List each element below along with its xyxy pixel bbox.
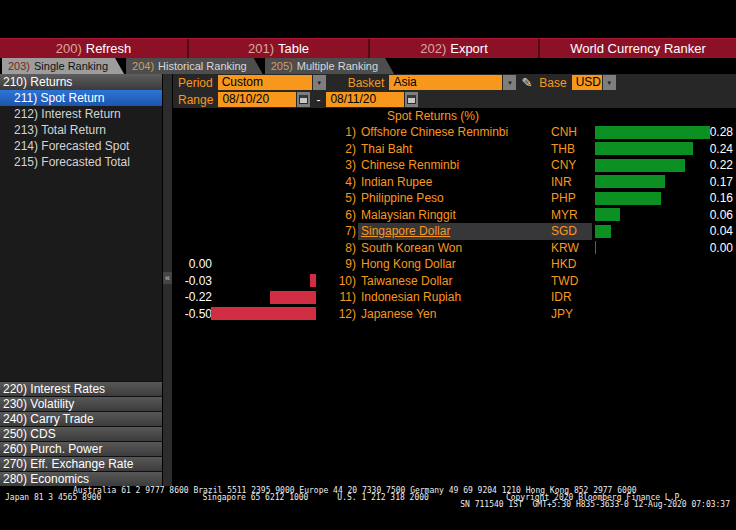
currency-name: South Korean Won [358, 240, 547, 257]
currency-code: PHP [547, 190, 592, 207]
positive-bar-track: 0.16 [592, 190, 736, 207]
chart-row-TWD[interactable]: -0.0310)Taiwanese DollarTWD [173, 273, 736, 290]
positive-bar-track [592, 256, 736, 273]
positive-bar-track [592, 306, 736, 323]
sidebar-item-eff-exchange-rate[interactable]: 270) Eff. Exchange Rate [0, 456, 162, 471]
negative-bar-track [215, 159, 316, 172]
negative-bar-track [215, 274, 316, 287]
sidebar-item-spot-return[interactable]: 211) Spot Return [0, 90, 162, 106]
row-rank: 12) [316, 307, 358, 321]
chart-row-MYR[interactable]: 6)Malaysian RinggitMYR0.06 [173, 207, 736, 224]
row-rank: 6) [316, 208, 358, 222]
currency-name: Hong Kong Dollar [358, 256, 547, 273]
base-currency-select[interactable]: USD ▼ [572, 75, 616, 90]
positive-bar [595, 142, 693, 155]
basket-label: Basket [348, 76, 385, 90]
negative-bar [310, 274, 316, 287]
currency-code: JPY [547, 306, 592, 323]
negative-bar-track [215, 142, 316, 155]
sidebar-bottom-group: 220) Interest Rates230) Volatility240) C… [0, 381, 162, 486]
currency-code: HKD [547, 256, 592, 273]
currency-name: Indonesian Rupiah [358, 289, 547, 306]
button-label: Export [450, 41, 488, 56]
basket-value[interactable]: Asia [389, 75, 502, 90]
chart-row-SGD[interactable]: 7)Singapore DollarSGD0.04 [173, 223, 736, 240]
button-number: 200) [56, 41, 82, 56]
sidebar-item-cds[interactable]: 250) CDS [0, 426, 162, 441]
currency-name: Taiwanese Dollar [358, 273, 547, 290]
base-currency-value[interactable]: USD [572, 75, 602, 90]
sidebar-item-total-return[interactable]: 213) Total Return [0, 122, 162, 138]
chart-row-INR[interactable]: 4)Indian RupeeINR0.17 [173, 174, 736, 191]
negative-bar-track [215, 258, 316, 271]
bar-value-negative: -0.03 [173, 274, 215, 288]
sidebar-item-interest-return[interactable]: 212) Interest Return [0, 106, 162, 122]
sidebar-item-returns[interactable]: 210) Returns [0, 74, 162, 90]
chevron-down-icon[interactable]: ▼ [503, 75, 516, 90]
toolbar-button-export[interactable]: 202)Export [370, 39, 540, 58]
chart-row-KRW[interactable]: 8)South Korean WonKRW0.00 [173, 240, 736, 257]
period-value[interactable]: Custom [218, 75, 312, 90]
chart-row-IDR[interactable]: -0.2211)Indonesian RupiahIDR [173, 289, 736, 306]
sidebar-item-carry-trade[interactable]: 240) Carry Trade [0, 411, 162, 426]
chart-row-CNY[interactable]: 3)Chinese RenminbiCNY0.22 [173, 157, 736, 174]
chart-row-HKD[interactable]: 0.009)Hong Kong DollarHKD [173, 256, 736, 273]
bar-value-negative: -0.22 [173, 290, 215, 304]
range-label: Range [178, 93, 213, 107]
calendar-glyph [299, 95, 308, 104]
tab-number: 203) [8, 60, 30, 72]
currency-name: Chinese Renminbi [358, 157, 547, 174]
currency-name: Offshore Chinese Renminbi [358, 124, 547, 141]
calendar-icon[interactable] [297, 92, 310, 107]
currency-name: Singapore Dollar [358, 223, 547, 240]
currency-name: Thai Baht [358, 141, 547, 158]
chart-row-THB[interactable]: 2)Thai BahtTHB0.24 [173, 141, 736, 158]
row-rank: 8) [316, 241, 358, 255]
positive-bar [595, 192, 661, 205]
tab-historical-ranking[interactable]: 204)Historical Ranking [126, 58, 263, 74]
tab-single-ranking[interactable]: 203)Single Ranking [2, 58, 124, 74]
collapse-sidebar-icon[interactable]: « [163, 272, 172, 284]
button-number: 201) [248, 41, 274, 56]
edit-basket-icon[interactable]: ✎ [521, 75, 532, 90]
toolbar-button-refresh[interactable]: 200)Refresh [0, 39, 189, 58]
positive-bar [595, 225, 611, 238]
sidebar-item-forecasted-total[interactable]: 215) Forecasted Total [0, 154, 162, 170]
row-rank: 9) [316, 257, 358, 271]
currency-name: Japanese Yen [358, 306, 547, 323]
bar-value-positive: 0.06 [710, 207, 733, 224]
currency-code: MYR [547, 207, 592, 224]
positive-bar-track: 0.22 [592, 157, 736, 174]
sidebar-item-purch-power[interactable]: 260) Purch. Power [0, 441, 162, 456]
range-end-input[interactable]: 08/11/20 [326, 92, 404, 107]
negative-bar-track [215, 175, 316, 188]
toolbar: 200)Refresh201)Table202)ExportWorld Curr… [0, 38, 736, 58]
row-rank: 3) [316, 158, 358, 172]
chart-title: Spot Returns (%) [173, 108, 693, 124]
tab-multiple-ranking[interactable]: 205)Multiple Ranking [265, 58, 394, 74]
range-separator: - [316, 93, 320, 107]
sidebar-item-economics[interactable]: 280) Economics [0, 471, 162, 486]
sidebar-item-volatility[interactable]: 230) Volatility [0, 396, 162, 411]
negative-bar [270, 291, 316, 304]
chart-row-JPY[interactable]: -0.5012)Japanese YenJPY [173, 306, 736, 323]
period-select[interactable]: Custom ▼ [218, 75, 326, 90]
positive-bar [595, 241, 596, 254]
calendar-icon[interactable] [405, 92, 418, 107]
range-start-input[interactable]: 08/10/20 [218, 92, 296, 107]
terminal-screen: 200)Refresh201)Table202)ExportWorld Curr… [0, 0, 736, 530]
negative-bar-track [215, 192, 316, 205]
chevron-down-icon[interactable]: ▼ [603, 75, 616, 90]
positive-bar-track: 0.00 [592, 240, 736, 257]
sidebar-item-interest-rates[interactable]: 220) Interest Rates [0, 381, 162, 396]
chart-row-PHP[interactable]: 5)Philippine PesoPHP0.16 [173, 190, 736, 207]
currency-code: INR [547, 174, 592, 191]
chart-row-CNH[interactable]: 1)Offshore Chinese RenminbiCNH0.28 [173, 124, 736, 141]
basket-select[interactable]: Asia ▼ [389, 75, 516, 90]
command-line-area[interactable] [0, 0, 736, 38]
positive-bar-track: 0.04 [592, 223, 736, 240]
negative-bar-track [215, 208, 316, 221]
toolbar-button-table[interactable]: 201)Table [189, 39, 370, 58]
chevron-down-icon[interactable]: ▼ [313, 75, 326, 90]
sidebar-item-forecasted-spot[interactable]: 214) Forecasted Spot [0, 138, 162, 154]
